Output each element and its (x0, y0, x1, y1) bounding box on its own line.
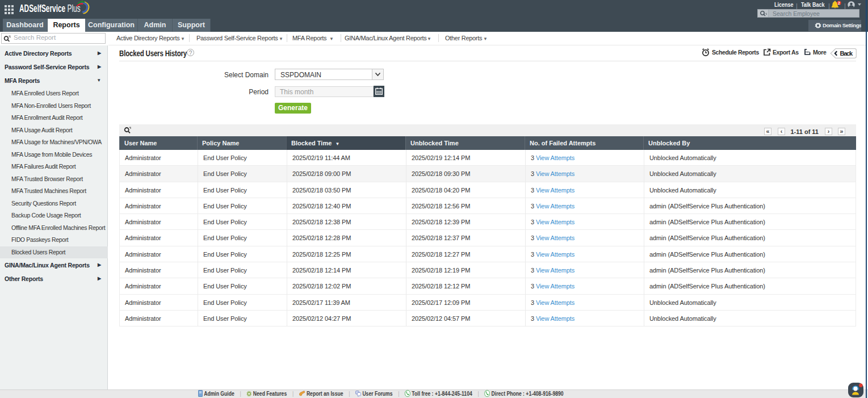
svg-text:2: 2 (838, 1, 840, 5)
svg-text:Back: Back (840, 50, 853, 57)
